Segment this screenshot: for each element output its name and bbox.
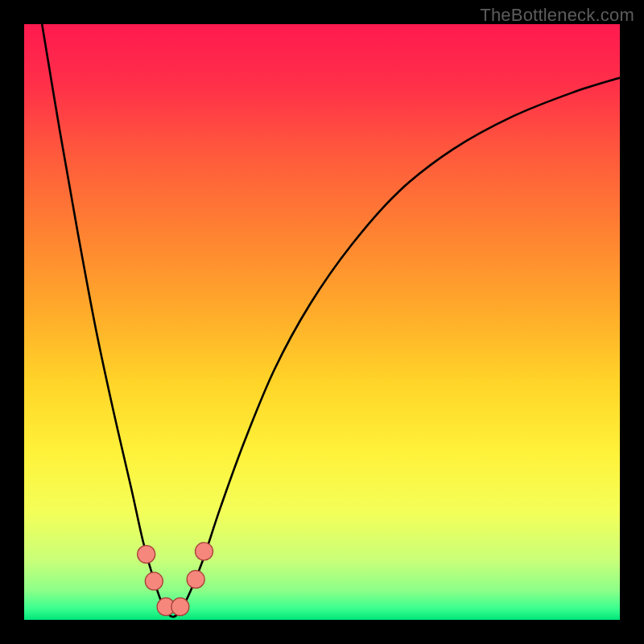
curve-marker (171, 598, 189, 616)
curve-marker (187, 571, 204, 588)
chart-svg (24, 24, 620, 620)
curve-marker (195, 543, 213, 560)
chart-frame: TheBottleneck.com (0, 0, 644, 644)
bottleneck-curve (42, 24, 620, 617)
curve-markers (138, 543, 213, 616)
curve-marker (138, 546, 155, 564)
curve-marker (145, 572, 163, 590)
plot-area (24, 24, 620, 620)
watermark-text: TheBottleneck.com (480, 5, 634, 26)
